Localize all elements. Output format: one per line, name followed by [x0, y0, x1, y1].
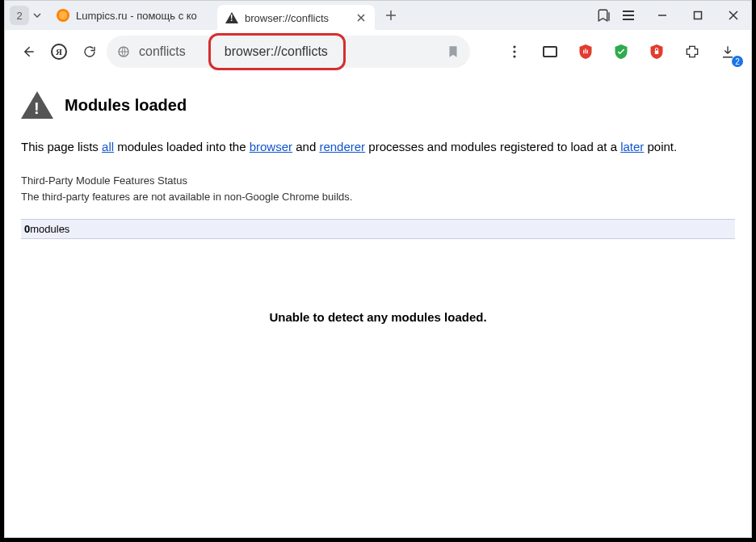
extension-screen-button[interactable] [536, 38, 564, 65]
toolbar: Я conflicts browser://conflicts [5, 30, 751, 74]
tab-list-dropdown[interactable] [29, 6, 45, 25]
extension-protect-button[interactable] [607, 38, 635, 65]
page-content: Modules loaded This page lists all modul… [5, 74, 751, 324]
window-controls [596, 1, 751, 30]
modules-count-bar: 0modules [21, 219, 735, 239]
svg-point-3 [513, 50, 515, 53]
hamburger-icon [622, 10, 635, 21]
plus-icon [385, 10, 397, 21]
reload-button[interactable] [76, 38, 103, 65]
tab-label: Lumpics.ru - помощь с ко [76, 10, 206, 22]
close-icon [357, 14, 365, 22]
tab-count-badge[interactable]: 2 [10, 6, 29, 25]
url-display: browser://conflicts [213, 36, 341, 68]
downloads-button[interactable]: 2 [714, 38, 741, 65]
dots-vertical-icon [513, 45, 516, 58]
arrow-left-icon [20, 44, 36, 60]
page-label: conflicts [139, 44, 186, 59]
third-party-body: The third-party features are not availab… [21, 189, 735, 205]
text: and [292, 140, 319, 153]
browser-window: 2 Lumpics.ru - помощь с ко browser://con… [4, 0, 752, 538]
extension-adblock-button[interactable] [572, 38, 599, 65]
bookmark-button[interactable] [446, 44, 460, 59]
svg-point-4 [513, 55, 515, 57]
bookmarks-bar-button[interactable] [596, 1, 612, 30]
extension-security-button[interactable] [643, 38, 670, 65]
warning-triangle-icon [225, 12, 238, 23]
svg-rect-7 [655, 51, 659, 55]
address-bar[interactable]: conflicts browser://conflicts [107, 36, 470, 68]
svg-point-2 [513, 45, 515, 48]
chevron-down-icon [33, 13, 41, 18]
bookmark-icon [446, 44, 460, 59]
screen-icon [542, 45, 558, 58]
download-count-badge: 2 [732, 56, 743, 67]
text: processes and modules registered to load… [365, 140, 620, 153]
reload-icon [82, 44, 97, 59]
shield-lock-icon [649, 43, 664, 61]
back-button[interactable] [15, 38, 42, 65]
modules-label: modules [30, 223, 69, 235]
orange-circle-icon [57, 9, 69, 22]
intro-paragraph: This page lists all modules loaded into … [21, 140, 735, 153]
text: This page lists [21, 140, 102, 153]
globe-icon [116, 44, 131, 59]
tab-label: browser://conflicts [245, 12, 349, 24]
url-text: browser://conflicts [225, 44, 328, 59]
link-renderer[interactable]: renderer [319, 140, 365, 153]
third-party-status: Third-Party Module Features Status The t… [21, 173, 735, 204]
window-maximize[interactable] [680, 1, 716, 30]
link-later[interactable]: later [620, 140, 644, 153]
yandex-logo-icon: Я [51, 44, 67, 60]
new-tab-button[interactable] [380, 4, 402, 27]
page-actions-button[interactable] [501, 38, 528, 65]
tab-strip: 2 Lumpics.ru - помощь с ко browser://con… [5, 1, 751, 30]
page-title: Modules loaded [65, 96, 187, 115]
maximize-icon [693, 11, 703, 20]
extensions-button[interactable] [678, 38, 706, 65]
yandex-home-button[interactable]: Я [45, 38, 73, 65]
tab-close-button[interactable] [355, 12, 367, 23]
close-icon [729, 11, 738, 20]
warning-triangle-icon [21, 91, 53, 119]
text: modules loaded into the [114, 140, 250, 153]
bookmark-ribbon-icon [597, 8, 611, 23]
page-header: Modules loaded [21, 91, 735, 119]
shield-check-icon [614, 43, 628, 61]
shield-hand-icon [578, 43, 593, 61]
window-close[interactable] [716, 1, 751, 30]
minimize-icon [657, 11, 667, 20]
link-all[interactable]: all [102, 140, 114, 153]
window-minimize[interactable] [645, 1, 680, 30]
main-menu-button[interactable] [620, 1, 636, 30]
text: point. [644, 140, 677, 153]
tab-lumpics[interactable]: Lumpics.ru - помощь с ко [48, 3, 214, 27]
puzzle-icon [684, 44, 700, 60]
third-party-title: Third-Party Module Features Status [21, 173, 735, 189]
svg-rect-0 [695, 12, 702, 19]
link-browser[interactable]: browser [250, 140, 292, 153]
toolbar-right: 2 [501, 38, 741, 65]
svg-rect-6 [544, 48, 556, 56]
tab-conflicts[interactable]: browser://conflicts [217, 5, 375, 32]
empty-state-message: Unable to detect any modules loaded. [21, 310, 735, 324]
